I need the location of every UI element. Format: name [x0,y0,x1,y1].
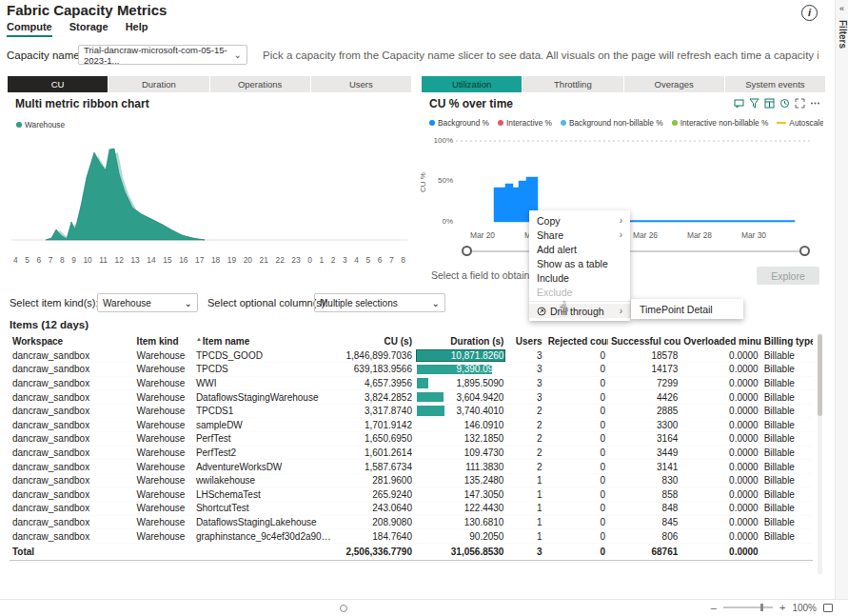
zoom-controls: – + 100% [711,602,833,613]
menu-tab-storage[interactable]: Storage [69,21,108,37]
legend-label: Background % [438,118,489,128]
tab-system-events[interactable]: System events [725,76,825,92]
duration-value: 3,740.4010 [456,406,503,416]
tab-cu[interactable]: CU [8,76,108,92]
table-scrollbar[interactable] [818,334,822,574]
menu-item-include[interactable]: Include [529,270,630,285]
table-row[interactable]: dancraw_sandboxWarehousesampleDW1,701.91… [10,418,813,432]
tab-users[interactable]: Users [311,76,411,92]
zoom-slider-handle[interactable] [760,604,763,611]
ribbon-series-warehouse [46,149,205,240]
menu-tab-help[interactable]: Help [126,21,148,37]
focus-mode-icon[interactable] [795,98,805,109]
table-total-row: Total2,506,336.779031,056.853030687610.0… [10,543,813,560]
expand-filters-icon[interactable]: « [836,4,848,13]
reset-icon[interactable] [779,98,790,109]
table-row[interactable]: dancraw_sandboxWarehouseWWI4,657.39561,8… [10,376,813,390]
range-slider-handle-left[interactable] [462,246,472,256]
explore-button[interactable]: Explore [757,267,819,285]
column-header-users[interactable]: Users [506,334,544,348]
menu-item-share[interactable]: Share› [529,228,630,242]
x-tick-label: 8 [401,255,405,265]
table-row[interactable]: dancraw_sandboxWarehouseTPCDS639,183.956… [10,363,813,377]
menu-tab-compute[interactable]: Compute [7,21,52,37]
table-cell-rejected: 0 [545,446,608,460]
x-tick-label: 1 [319,255,324,265]
zoom-slider[interactable] [723,606,773,608]
legend-item-interactive: Interactive % [498,118,552,128]
table-row[interactable]: dancraw_sandboxWarehousePerfTest1,650.69… [10,432,813,447]
table-row[interactable]: dancraw_sandboxWarehousewwilakehouse281.… [10,473,813,487]
table-row[interactable]: dancraw_sandboxWarehouseShortcutTest243.… [10,502,813,516]
zoom-in-icon[interactable]: + [779,602,785,613]
table-cell-item-name: LHSchemaTest [193,487,335,502]
tab-duration[interactable]: Duration [108,76,208,92]
table-cell-duration-s: 90.2050 [415,529,506,544]
table-cell-cu-s: 265.9240 [335,487,415,502]
column-header-cu-s[interactable]: CU (s) [335,334,415,348]
table-cell-cu-s: 281.9600 [335,473,415,487]
table-cell-item-kind: Warehouse [134,529,193,544]
menu-item-label: Add alert [537,244,577,255]
menu-item-copy[interactable]: Copy› [529,213,630,228]
ribbon-chart-plot[interactable] [11,137,407,244]
table-cell-rejected: 0 [545,432,608,447]
table-cell-duration-s: 109.4730 [415,446,506,460]
x-tick-label: 16 [179,255,187,265]
scrollbar-thumb[interactable] [818,334,822,416]
table-row[interactable]: dancraw_sandboxWarehouseDataflowsStaging… [10,390,813,405]
column-header-item-kind[interactable]: Item kind [134,334,193,348]
menu-item-add-alert[interactable]: Add alert [529,242,630,256]
column-header-item-name[interactable]: ▲Item name [193,334,335,348]
utilization-tabs: UtilizationThrottlingOveragesSystem even… [422,76,825,92]
cu-percent-plot[interactable] [456,133,810,229]
menu-item-show-as-a-table[interactable]: Show as a table [529,256,630,270]
table-row[interactable]: dancraw_sandboxWarehouseTPCDS_GOOD1,846,… [10,348,813,363]
filter-icon[interactable] [749,98,759,109]
time-range-slider[interactable] [467,250,804,252]
table-cell-overloaded: 0.0000 [680,529,760,544]
info-icon[interactable]: i [801,5,818,21]
column-header-rejected-count[interactable]: Rejected count [545,334,608,348]
table-row[interactable]: dancraw_sandboxWarehouseTPCDS13,317.8740… [10,404,813,418]
column-header-billing-type[interactable]: Billing type [761,334,813,348]
tab-throttling[interactable]: Throttling [523,76,622,92]
x-tick-label: 4 [13,255,18,265]
legend-item-warehouse: Warehouse [16,120,65,129]
column-header-overloaded-minutes[interactable]: Overloaded minutes [680,334,760,348]
table-cell-successful: 848 [608,502,680,516]
duration-value: 109.4730 [464,447,504,458]
table-cell-duration-s: 132.1850 [415,432,506,447]
optional-columns-dropdown[interactable]: Multiple selections ⌄ [314,293,445,312]
tab-operations[interactable]: Operations [210,76,310,92]
table-cell-users: 1 [506,515,544,529]
column-header-workspace[interactable]: Workspace [10,334,134,348]
page-indicator-dot[interactable] [340,605,347,612]
table-cell-users: 1 [506,529,544,544]
column-header-duration-s[interactable]: Duration (s) [415,334,506,348]
submenu-item-timepoint-detail[interactable]: TimePoint Detail [640,304,713,315]
item-kind-dropdown[interactable]: Warehouse ⌄ [97,293,198,312]
show-as-table-icon[interactable] [764,98,775,109]
x-tick-label: 9 [71,255,76,265]
fit-to-page-icon[interactable] [823,604,833,612]
table-row[interactable]: dancraw_sandboxWarehousegraphinstance_9c… [10,529,813,544]
tab-overages[interactable]: Overages [624,76,724,92]
comment-icon[interactable] [734,98,744,109]
menu-item-drill-through[interactable]: Drill through› [529,304,630,318]
column-header-successful-count[interactable]: Successful count [608,334,680,348]
tab-utilization[interactable]: Utilization [422,76,522,92]
table-row[interactable]: dancraw_sandboxWarehousePerfTest21,601.2… [10,446,813,460]
table-cell-item-name: PerfTest [193,432,335,447]
table-row[interactable]: dancraw_sandboxWarehouseAdventureWorksDW… [10,460,813,474]
visual-toolbar [734,98,820,109]
zoom-out-icon[interactable]: – [711,602,717,613]
ribbon-legend: Warehouse [16,120,65,129]
table-cell-rejected: 0 [545,404,608,418]
range-slider-handle-right[interactable] [799,246,810,256]
more-options-icon[interactable] [810,98,820,109]
table-row[interactable]: dancraw_sandboxWarehouseDataflowsStaging… [10,515,813,529]
capacity-name-dropdown[interactable]: Trial-dancraw-microsoft-com-05-15-2023-1… [78,45,247,65]
table-row[interactable]: dancraw_sandboxWarehouseLHSchemaTest265.… [10,487,813,502]
duration-value: 130.6810 [464,517,504,527]
